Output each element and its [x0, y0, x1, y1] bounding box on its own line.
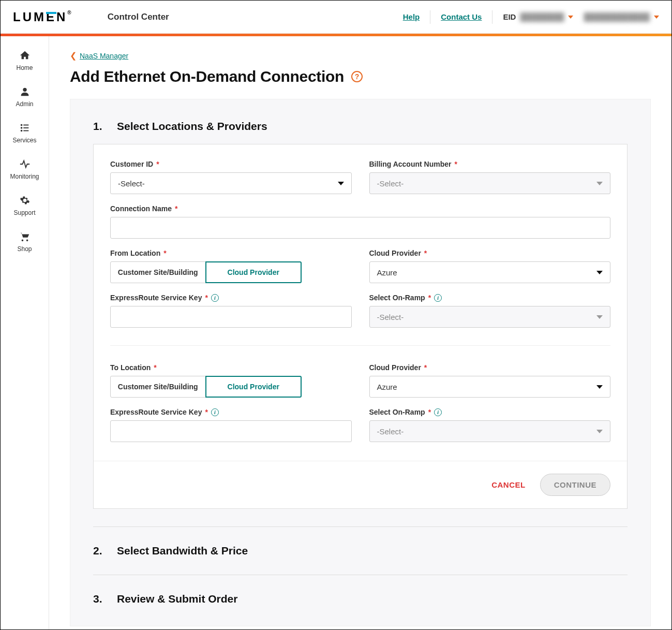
customer-id-select[interactable]: -Select- [110, 172, 352, 194]
required-indicator: * [205, 294, 207, 302]
step-divider [93, 575, 628, 575]
sidebar-item-label: Support [13, 209, 35, 216]
to-onramp-select[interactable]: -Select- [369, 420, 611, 442]
breadcrumb-link[interactable]: NaaS Manager [80, 52, 128, 60]
chevron-down-icon [338, 182, 344, 185]
sidebar-item-monitoring[interactable]: Monitoring [1, 151, 49, 187]
svg-point-0 [23, 88, 26, 92]
list-icon [19, 122, 31, 134]
sidebar-item-label: Home [16, 64, 33, 71]
info-icon[interactable]: i [434, 408, 442, 416]
sidebar-item-label: Shop [17, 245, 32, 253]
step-title: Select Bandwidth & Price [117, 545, 248, 557]
from-onramp-select[interactable]: -Select- [369, 306, 611, 328]
sidebar-item-label: Services [12, 137, 36, 144]
toggle-customer-site[interactable]: Customer Site/Building [110, 376, 206, 398]
select-value: -Select- [118, 179, 145, 188]
select-value: Azure [377, 383, 397, 391]
section-divider [110, 345, 610, 346]
connection-name-group: Connection Name * [110, 204, 610, 239]
logo[interactable]: LUMEN® [13, 10, 71, 24]
chevron-down-icon [596, 271, 603, 274]
from-expressroute-input[interactable] [118, 306, 344, 327]
step-number: 2. [93, 545, 102, 557]
help-link[interactable]: Help [403, 12, 420, 21]
svg-point-3 [20, 127, 22, 129]
info-icon[interactable]: i [211, 294, 219, 302]
to-location-group: To Location * Customer Site/Building Clo… [110, 363, 352, 398]
eid-label: EID [503, 12, 516, 21]
top-header: LUMEN® Control Center Help Contact Us EI… [1, 1, 671, 34]
required-indicator: * [175, 204, 177, 213]
header-divider [430, 10, 430, 24]
svg-point-5 [20, 130, 22, 132]
contact-link[interactable]: Contact Us [441, 12, 482, 21]
to-expressroute-input[interactable] [118, 421, 344, 442]
toggle-customer-site[interactable]: Customer Site/Building [110, 261, 206, 283]
billing-account-select[interactable]: -Select- [369, 172, 611, 194]
required-indicator: * [424, 249, 427, 257]
required-indicator: * [205, 408, 207, 416]
toggle-cloud-provider[interactable]: Cloud Provider [205, 376, 302, 398]
connection-name-input[interactable] [118, 217, 603, 238]
info-icon[interactable]: i [211, 408, 219, 416]
sidebar-item-admin[interactable]: Admin [1, 79, 49, 115]
step-title: Review & Submit Order [117, 593, 237, 605]
to-cloud-provider-select[interactable]: Azure [369, 376, 611, 398]
sidebar-item-support[interactable]: Support [1, 187, 49, 224]
sidebar-item-home[interactable]: Home [1, 42, 49, 79]
toggle-cloud-provider[interactable]: Cloud Provider [205, 261, 302, 283]
from-cloud-provider-group: Cloud Provider * Azure [369, 249, 611, 283]
user-icon [19, 86, 31, 97]
field-label: Connection Name [110, 204, 172, 213]
account-dropdown[interactable]: ████████████ [584, 12, 659, 21]
customer-id-group: Customer ID * -Select- [110, 160, 352, 194]
step-divider [93, 526, 628, 527]
account-name: ████████████ [584, 12, 650, 21]
select-value: -Select- [377, 179, 404, 188]
chevron-down-icon [596, 315, 603, 319]
select-value: Azure [377, 268, 397, 277]
required-indicator: * [163, 249, 166, 257]
info-icon[interactable]: i [434, 294, 442, 302]
svg-rect-6 [23, 130, 28, 131]
from-expressroute-group: ExpressRoute Service Key * i [110, 294, 352, 328]
sidebar: Home Admin Services Monitoring Support [1, 36, 49, 629]
to-cloud-provider-group: Cloud Provider * Azure [369, 363, 611, 398]
page-title: Add Ethernet On-Demand Connection [70, 68, 344, 85]
step1-footer: CANCEL CONTINUE [94, 461, 627, 508]
chevron-down-icon [568, 16, 573, 19]
chevron-left-icon: ❮ [70, 51, 77, 61]
step1-header: 1. Select Locations & Providers [93, 120, 628, 133]
from-expressroute-input-wrap [110, 306, 352, 328]
field-label: To Location [110, 363, 151, 372]
svg-point-1 [20, 124, 22, 126]
field-label: ExpressRoute Service Key [110, 294, 202, 302]
required-indicator: * [424, 363, 427, 372]
svg-rect-2 [23, 125, 28, 126]
activity-icon [19, 158, 31, 170]
continue-button[interactable]: CONTINUE [540, 474, 610, 496]
step-number: 1. [93, 120, 102, 133]
required-indicator: * [428, 408, 431, 416]
help-icon[interactable]: ? [351, 71, 363, 82]
sidebar-item-services[interactable]: Services [1, 115, 49, 151]
field-label: From Location [110, 249, 160, 257]
cancel-button[interactable]: CANCEL [491, 480, 526, 489]
breadcrumb: ❮ NaaS Manager [70, 51, 651, 61]
eid-value: ████████ [520, 12, 564, 21]
step2-header[interactable]: 2. Select Bandwidth & Price [93, 545, 628, 557]
to-expressroute-group: ExpressRoute Service Key * i [110, 408, 352, 442]
content-area: ❮ NaaS Manager Add Ethernet On-Demand Co… [49, 36, 671, 629]
eid-dropdown[interactable]: EID ████████ [503, 12, 573, 21]
sidebar-item-shop[interactable]: Shop [1, 224, 49, 260]
field-label: ExpressRoute Service Key [110, 408, 202, 416]
to-location-toggle: Customer Site/Building Cloud Provider [110, 376, 302, 398]
chevron-down-icon [596, 182, 603, 185]
chevron-down-icon [596, 385, 603, 389]
from-cloud-provider-select[interactable]: Azure [369, 261, 611, 283]
chevron-down-icon [596, 430, 603, 433]
sidebar-item-label: Monitoring [10, 173, 39, 180]
step3-header[interactable]: 3. Review & Submit Order [93, 593, 628, 605]
select-value: -Select- [377, 427, 404, 436]
